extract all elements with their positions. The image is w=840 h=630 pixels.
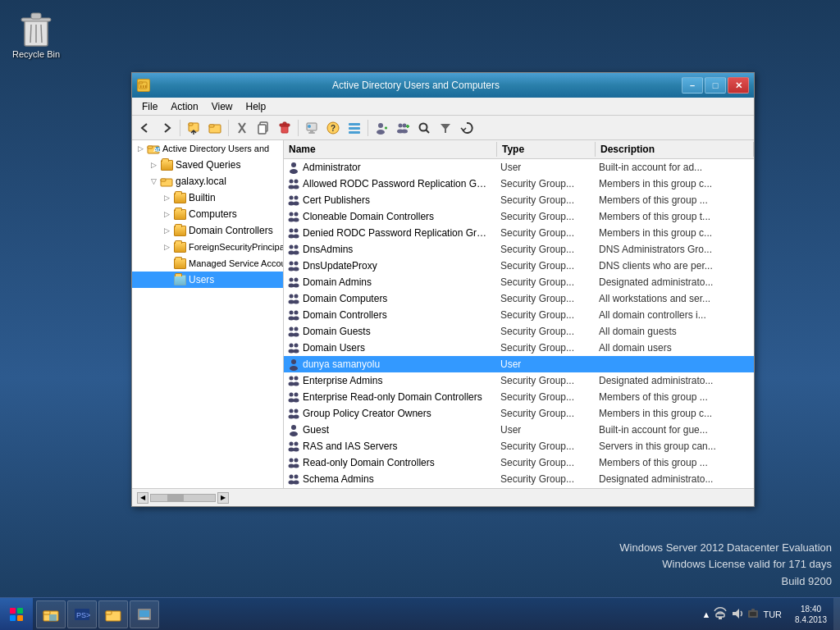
list-row[interactable]: Allowed RODC Password Replication Group … bbox=[284, 176, 754, 192]
header-name[interactable]: Name bbox=[284, 142, 497, 157]
view-button[interactable] bbox=[345, 118, 364, 138]
row-name-text: Domain Users bbox=[303, 342, 365, 354]
statusbar: ◀ ▶ bbox=[132, 488, 754, 506]
list-row[interactable]: Domain Computers Security Group... All w… bbox=[284, 290, 754, 307]
filter-button[interactable] bbox=[436, 118, 455, 138]
add-user-button[interactable] bbox=[372, 118, 391, 138]
list-row[interactable]: dunya samanyolu User bbox=[284, 356, 754, 372]
svg-rect-9 bbox=[143, 85, 144, 88]
list-row[interactable]: Administrator User Built-in account for … bbox=[284, 159, 754, 176]
scroll-thumb[interactable] bbox=[167, 495, 184, 501]
header-type[interactable]: Type bbox=[497, 142, 596, 157]
row-name-text: Cloneable Domain Controllers bbox=[303, 211, 434, 222]
tree-item-users[interactable]: Users bbox=[132, 272, 283, 288]
minimize-button[interactable]: – bbox=[682, 77, 703, 94]
maximize-button[interactable]: □ bbox=[705, 77, 726, 94]
taskbar-server-manager[interactable] bbox=[130, 600, 159, 628]
root-icon: AD bbox=[147, 142, 160, 155]
list-row[interactable]: DnsAdmins Security Group... DNS Administ… bbox=[284, 241, 754, 258]
find-button[interactable] bbox=[414, 118, 434, 138]
show-desktop-button[interactable] bbox=[833, 598, 840, 631]
svg-rect-8 bbox=[140, 85, 142, 88]
list-row[interactable]: Denied RODC Password Replication Group S… bbox=[284, 225, 754, 241]
expand-icon-msa[interactable] bbox=[160, 257, 173, 270]
tree-item-root[interactable]: ▷ AD Active Directory Users and Com... bbox=[132, 140, 283, 157]
tree-item-saved-queries[interactable]: ▷ Saved Queries bbox=[132, 157, 283, 173]
expand-icon-dc[interactable]: ▷ bbox=[160, 224, 173, 237]
list-row[interactable]: Cloneable Domain Controllers Security Gr… bbox=[284, 208, 754, 225]
svg-point-97 bbox=[290, 377, 294, 381]
forward-button[interactable] bbox=[157, 118, 176, 138]
expand-icon-users[interactable] bbox=[160, 273, 173, 286]
tray-lang[interactable]: TUR bbox=[763, 609, 782, 619]
list-row[interactable]: Group Policy Creator Owners Security Gro… bbox=[284, 405, 754, 422]
expand-icon-computers[interactable]: ▷ bbox=[160, 208, 173, 221]
list-row[interactable]: RAS and IAS Servers Security Group... Se… bbox=[284, 438, 754, 454]
scroll-right[interactable]: ▶ bbox=[217, 492, 229, 504]
tree-item-computers[interactable]: ▷ Computers bbox=[132, 206, 283, 222]
copy-button[interactable] bbox=[253, 118, 273, 138]
list-row[interactable]: Read-only Domain Controllers Security Gr… bbox=[284, 454, 754, 471]
svg-point-91 bbox=[290, 344, 294, 348]
list-row[interactable]: Domain Controllers Security Group... All… bbox=[284, 307, 754, 323]
menu-file[interactable]: File bbox=[135, 99, 164, 114]
svg-point-109 bbox=[291, 425, 296, 430]
taskbar-explorer[interactable] bbox=[36, 600, 66, 628]
expand-icon-galaxy[interactable]: ▽ bbox=[147, 175, 160, 188]
list-row[interactable]: Domain Admins Security Group... Designat… bbox=[284, 274, 754, 290]
scroll-left[interactable]: ◀ bbox=[137, 492, 148, 504]
taskbar-powershell[interactable]: PS> bbox=[67, 600, 97, 628]
tree-item-dc[interactable]: ▷ Domain Controllers bbox=[132, 222, 283, 239]
delete-button[interactable] bbox=[275, 118, 294, 138]
recycle-bin[interactable]: Recycle Bin bbox=[11, 11, 61, 59]
list-row[interactable]: Enterprise Admins Security Group... Desi… bbox=[284, 372, 754, 389]
svg-rect-129 bbox=[10, 615, 16, 621]
list-row[interactable]: Schema Admins Security Group... Designat… bbox=[284, 471, 754, 487]
svg-point-92 bbox=[289, 349, 294, 354]
tree-item-foreign[interactable]: ▷ ForeignSecurityPrincipal... bbox=[132, 239, 283, 255]
list-row[interactable]: Guest User Built-in account for gue... bbox=[284, 422, 754, 438]
cut-button[interactable] bbox=[232, 118, 252, 138]
svg-point-54 bbox=[294, 185, 299, 189]
svg-rect-132 bbox=[43, 611, 50, 614]
row-type-cell: Security Group... bbox=[497, 259, 596, 272]
help-button[interactable]: ? bbox=[323, 118, 343, 138]
svg-point-103 bbox=[294, 393, 299, 397]
tree-item-builtin[interactable]: ▷ Builtin bbox=[132, 189, 283, 206]
menu-action[interactable]: Action bbox=[164, 99, 204, 114]
list-row[interactable]: DnsUpdateProxy Security Group... DNS cli… bbox=[284, 258, 754, 274]
back-button[interactable] bbox=[135, 118, 155, 138]
taskbar-folder[interactable] bbox=[98, 600, 128, 628]
tree-item-galaxy[interactable]: ▽ galaxy.local bbox=[132, 173, 283, 189]
expand-icon-saved[interactable]: ▷ bbox=[147, 158, 160, 171]
menu-view[interactable]: View bbox=[205, 99, 240, 114]
foreign-icon bbox=[173, 240, 186, 253]
tray-volume[interactable] bbox=[730, 607, 743, 622]
close-button[interactable]: ✕ bbox=[728, 77, 749, 94]
refresh-button[interactable] bbox=[457, 118, 477, 138]
header-desc[interactable]: Description bbox=[596, 142, 754, 157]
horizontal-scrollbar[interactable]: ◀ ▶ bbox=[137, 492, 229, 504]
list-row[interactable]: Domain Users Security Group... All domai… bbox=[284, 340, 754, 356]
svg-point-98 bbox=[289, 382, 294, 386]
expand-icon-foreign[interactable]: ▷ bbox=[160, 240, 173, 253]
svg-point-100 bbox=[294, 382, 299, 386]
tray-network[interactable] bbox=[714, 607, 727, 622]
expand-icon-builtin[interactable]: ▷ bbox=[160, 191, 173, 204]
up-button[interactable] bbox=[184, 118, 203, 138]
list-row[interactable]: Domain Guests Security Group... All doma… bbox=[284, 323, 754, 340]
taskbar-clock[interactable]: 18:40 8.4.2013 bbox=[788, 604, 833, 625]
add-group-button[interactable] bbox=[393, 118, 413, 138]
list-row[interactable]: Enterprise Read-only Domain Controllers … bbox=[284, 389, 754, 405]
tree-item-msa[interactable]: Managed Service Accoun... bbox=[132, 255, 283, 272]
tray-arrow[interactable]: ▲ bbox=[702, 609, 711, 619]
start-button[interactable] bbox=[0, 598, 33, 631]
tray-power[interactable] bbox=[746, 607, 760, 622]
list-row[interactable]: Cert Publishers Security Group... Member… bbox=[284, 192, 754, 208]
folder-button[interactable] bbox=[205, 118, 225, 138]
connect-button[interactable] bbox=[302, 118, 322, 138]
separator-1 bbox=[180, 120, 180, 136]
scroll-track[interactable] bbox=[150, 494, 216, 502]
menu-help[interactable]: Help bbox=[240, 99, 273, 114]
expand-icon-root[interactable]: ▷ bbox=[134, 142, 147, 155]
